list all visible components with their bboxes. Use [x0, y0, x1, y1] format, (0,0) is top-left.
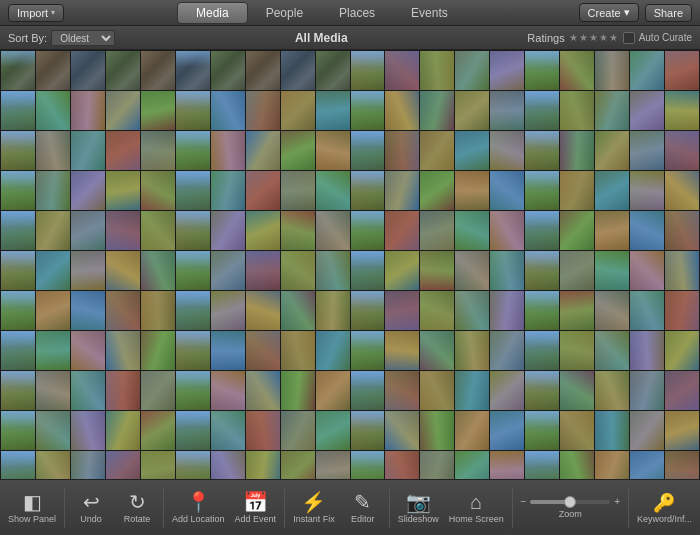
photo-cell[interactable] — [420, 131, 454, 170]
photo-cell[interactable] — [630, 51, 664, 90]
photo-cell[interactable] — [211, 51, 245, 90]
photo-cell[interactable] — [595, 411, 629, 450]
photo-cell[interactable] — [490, 371, 524, 410]
photo-cell[interactable] — [630, 251, 664, 290]
create-button[interactable]: Create ▾ — [579, 3, 639, 22]
photo-cell[interactable] — [525, 451, 559, 479]
photo-cell[interactable] — [316, 291, 350, 330]
photo-cell[interactable] — [490, 51, 524, 90]
photo-cell[interactable] — [665, 171, 699, 210]
photo-cell[interactable] — [525, 291, 559, 330]
photo-cell[interactable] — [71, 291, 105, 330]
photo-cell[interactable] — [665, 251, 699, 290]
photo-cell[interactable] — [281, 171, 315, 210]
photo-cell[interactable] — [525, 211, 559, 250]
photo-cell[interactable] — [176, 211, 210, 250]
photo-cell[interactable] — [176, 131, 210, 170]
photo-cell[interactable] — [211, 371, 245, 410]
photo-cell[interactable] — [316, 411, 350, 450]
photo-cell[interactable] — [106, 291, 140, 330]
photo-cell[interactable] — [281, 211, 315, 250]
photo-cell[interactable] — [525, 171, 559, 210]
photo-cell[interactable] — [1, 131, 35, 170]
photo-cell[interactable] — [420, 331, 454, 370]
photo-cell[interactable] — [455, 331, 489, 370]
photo-cell[interactable] — [71, 171, 105, 210]
photo-cell[interactable] — [455, 411, 489, 450]
photo-cell[interactable] — [211, 131, 245, 170]
photo-cell[interactable] — [176, 251, 210, 290]
photo-cell[interactable] — [595, 171, 629, 210]
photo-cell[interactable] — [1, 91, 35, 130]
photo-cell[interactable] — [420, 291, 454, 330]
photo-cell[interactable] — [106, 171, 140, 210]
photo-cell[interactable] — [141, 251, 175, 290]
photo-cell[interactable] — [560, 371, 594, 410]
photo-cell[interactable] — [490, 251, 524, 290]
photo-cell[interactable] — [106, 51, 140, 90]
photo-cell[interactable] — [420, 451, 454, 479]
photo-cell[interactable] — [420, 91, 454, 130]
photo-cell[interactable] — [106, 131, 140, 170]
photo-cell[interactable] — [316, 91, 350, 130]
photo-cell[interactable] — [351, 131, 385, 170]
photo-cell[interactable] — [351, 251, 385, 290]
photo-cell[interactable] — [560, 251, 594, 290]
photo-cell[interactable] — [630, 291, 664, 330]
photo-cell[interactable] — [630, 451, 664, 479]
photo-cell[interactable] — [36, 451, 70, 479]
photo-cell[interactable] — [106, 251, 140, 290]
photo-cell[interactable] — [141, 211, 175, 250]
photo-cell[interactable] — [1, 51, 35, 90]
photo-cell[interactable] — [385, 91, 419, 130]
photo-cell[interactable] — [351, 291, 385, 330]
photo-cell[interactable] — [385, 451, 419, 479]
photo-cell[interactable] — [141, 91, 175, 130]
photo-cell[interactable] — [385, 291, 419, 330]
slideshow-button[interactable]: 📷 Slideshow — [394, 483, 443, 533]
photo-cell[interactable] — [385, 51, 419, 90]
photo-cell[interactable] — [141, 131, 175, 170]
photo-cell[interactable] — [560, 131, 594, 170]
photo-cell[interactable] — [1, 371, 35, 410]
home-screen-button[interactable]: ⌂ Home Screen — [445, 483, 508, 533]
photo-cell[interactable] — [316, 51, 350, 90]
photo-cell[interactable] — [595, 91, 629, 130]
photo-cell[interactable] — [141, 331, 175, 370]
photo-cell[interactable] — [665, 411, 699, 450]
photo-cell[interactable] — [106, 91, 140, 130]
photo-cell[interactable] — [420, 51, 454, 90]
photo-cell[interactable] — [246, 131, 280, 170]
photo-cell[interactable] — [316, 211, 350, 250]
photo-cell[interactable] — [316, 451, 350, 479]
editor-button[interactable]: ✎ Editor — [341, 483, 385, 533]
photo-cell[interactable] — [36, 211, 70, 250]
undo-button[interactable]: ↩ Undo — [69, 483, 113, 533]
photo-cell[interactable] — [595, 291, 629, 330]
photo-cell[interactable] — [211, 211, 245, 250]
photo-cell[interactable] — [560, 91, 594, 130]
photo-cell[interactable] — [490, 91, 524, 130]
photo-cell[interactable] — [246, 91, 280, 130]
photo-cell[interactable] — [246, 51, 280, 90]
photo-cell[interactable] — [71, 51, 105, 90]
photo-cell[interactable] — [351, 451, 385, 479]
photo-cell[interactable] — [665, 131, 699, 170]
photo-cell[interactable] — [455, 131, 489, 170]
photo-cell[interactable] — [351, 171, 385, 210]
photo-cell[interactable] — [281, 251, 315, 290]
photo-cell[interactable] — [490, 331, 524, 370]
photo-cell[interactable] — [281, 91, 315, 130]
keyword-button[interactable]: 🔑 Keyword/Inf... — [633, 490, 696, 526]
photo-cell[interactable] — [455, 171, 489, 210]
photo-cell[interactable] — [1, 251, 35, 290]
photo-cell[interactable] — [36, 131, 70, 170]
photo-cell[interactable] — [385, 171, 419, 210]
photo-cell[interactable] — [141, 411, 175, 450]
photo-cell[interactable] — [1, 331, 35, 370]
photo-cell[interactable] — [525, 411, 559, 450]
photo-cell[interactable] — [385, 371, 419, 410]
photo-cell[interactable] — [141, 171, 175, 210]
photo-cell[interactable] — [455, 211, 489, 250]
photo-cell[interactable] — [106, 211, 140, 250]
